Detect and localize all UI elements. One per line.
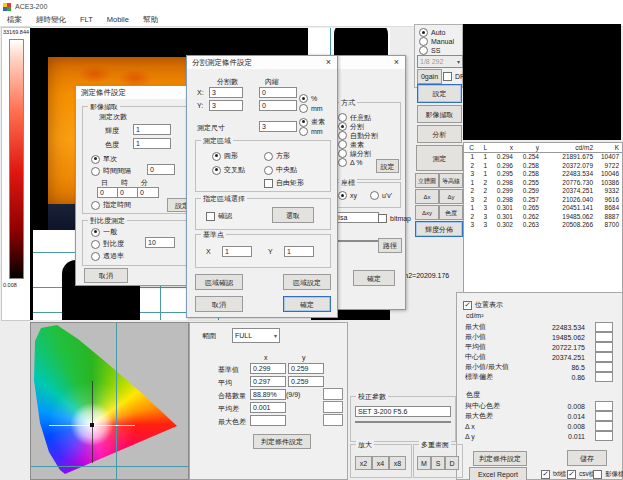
range-select[interactable]: FULL▾ [232,328,280,343]
close-icon[interactable]: × [390,57,403,68]
y-div-field[interactable]: 3 [209,100,243,111]
method-option-5[interactable]: Δ % [338,158,378,167]
contrast-radio[interactable]: 對比度 [91,239,124,249]
method-option-4[interactable]: 線分割 [338,149,378,158]
avg-x-field[interactable]: 0.297 [250,376,286,387]
calibration-field-2[interactable] [355,421,451,423]
multi-s-button[interactable]: S [431,456,445,470]
calibration-field[interactable]: SET 3-200 F5.6 [355,406,451,417]
table-row[interactable]: 320.2980.25721026.0409616 [464,196,622,205]
coord-uv-radio[interactable]: u'v' [370,191,392,200]
zero-gain-button[interactable]: 0gain [417,69,442,84]
y-inner-field[interactable]: 0 [259,100,297,111]
avg-y-field[interactable]: 0.259 [288,376,324,387]
ref-x-field[interactable]: 0.299 [250,363,286,374]
menu-item-1[interactable]: 經時變化 [29,15,73,25]
txt-file-checkbox[interactable]: txt檔 [541,470,566,479]
specified-time-radio[interactable]: 指定時間 [91,200,131,210]
area-confirm-button[interactable]: 區域確認 [195,274,243,290]
measure-button[interactable]: 測定 [416,145,463,171]
min-field[interactable]: 0 [137,187,159,198]
menu-item-2[interactable]: FLT [73,15,100,24]
close-icon[interactable]: × [322,57,335,68]
radio-auto[interactable]: Auto [419,28,445,37]
analyze-button[interactable]: 分析 [417,125,462,143]
general-radio[interactable]: 一般 [91,227,117,237]
multi-d-button[interactable]: D [445,456,459,470]
interval-field[interactable]: 0 [147,164,175,175]
table-row[interactable]: 210.2960.25820372.0799722 [464,162,622,171]
square-radio[interactable]: 方形 [264,151,290,161]
contrast-field[interactable]: 10 [145,237,175,248]
ok-button[interactable]: 確定 [283,296,331,312]
chroma-button[interactable]: 色度 [439,205,463,220]
menu-item-0[interactable]: 檔案 [0,15,29,25]
lum-count-field[interactable]: 1 [133,124,171,135]
ref-y-field[interactable]: 0.259 [288,363,324,374]
settings-button[interactable]: 設定 [417,84,462,103]
dialog-title-bar[interactable]: 分割測定條件設定 [187,56,337,69]
unit-percent-radio[interactable]: % [299,94,317,103]
image-file-checkbox[interactable]: 影像檔 [593,470,623,479]
hour-field[interactable]: 0 [117,187,139,198]
size-field[interactable]: 3 [259,121,297,132]
size-mm-radio[interactable]: mm [299,127,323,136]
table-row[interactable]: 120.2980.25520776.73010386 [464,179,622,188]
coord-xy-radio[interactable]: xy [338,191,357,200]
base-y-field[interactable]: 1 [284,246,314,257]
luminance-dist-button[interactable]: 輝度分佈 [415,221,463,237]
area-set-button[interactable]: 區域設定 [283,274,331,290]
ok-button[interactable]: 確定 [353,270,395,286]
delta-y-button[interactable]: Δy [439,189,463,204]
dr-checkbox[interactable]: DR [443,72,465,81]
save-button[interactable]: 儲存 [567,450,607,466]
confirm-checkbox[interactable]: 確認 [206,211,232,221]
cross-point-radio[interactable]: 交叉點 [212,165,245,175]
judge-condition-button[interactable]: 判定條件設定 [473,451,527,466]
circle-radio[interactable]: 圓形 [212,151,238,161]
single-radio[interactable]: 單次 [91,154,117,164]
menu-item-3[interactable]: Mobile [100,15,136,24]
table-row[interactable]: 110.2940.25421891.67510407 [464,153,622,162]
position-display-checkbox[interactable]: 位置表示 [463,300,503,310]
excel-report-button[interactable]: Excel Report [469,467,527,480]
menu-item-4[interactable]: 幫助 [136,15,165,25]
pick-button[interactable]: 選取 [272,207,314,223]
unit-mm-radio[interactable]: mm [299,104,323,113]
cancel-button[interactable]: 取消 [84,268,128,283]
capture-button[interactable]: 影像擷取 [417,105,462,123]
judge-condition-button[interactable]: 判定條件設定 [253,434,311,449]
table-row[interactable]: 330.3020.26320508.2668700 [464,221,622,230]
cancel-button[interactable]: 取消 [195,296,243,312]
cie-chromaticity-diagram[interactable] [30,322,189,480]
table-row[interactable]: 220.2990.25920374.2519332 [464,187,622,196]
method-set-button[interactable]: 設定 [376,159,399,173]
shutter-select[interactable]: 1/8 292▾ [417,55,463,68]
day-field[interactable]: 0 [97,187,119,198]
size-pixel-radio[interactable]: 畫素 [299,117,325,127]
csv-file-checkbox[interactable]: csv檔 [567,470,595,479]
path-button[interactable]: 路徑 [378,238,402,253]
bitmap-checkbox[interactable]: bitmap [378,214,411,223]
x-inner-field[interactable]: 0 [259,87,297,98]
zoom-x2-button[interactable]: x2 [355,456,372,470]
table-row[interactable]: 230.3010.26219485.0628887 [464,213,622,222]
table-row[interactable]: 310.2950.25822483.53410046 [464,170,622,179]
free-rect-checkbox[interactable]: 自由矩形 [264,178,304,188]
delta-xy-button[interactable]: Δxy [415,205,439,220]
radio-ss[interactable]: SS [419,46,440,55]
contour-button[interactable]: 等高線 [439,173,463,188]
view3d-button[interactable]: 立體圖 [415,173,439,188]
base-x-field[interactable]: 1 [222,246,252,257]
radio-manual[interactable]: Manual [419,37,454,46]
title-bar[interactable]: ACE3-200 [0,0,623,13]
center-point-radio[interactable]: 中央點 [264,165,297,175]
multi-m-button[interactable]: M [417,456,431,470]
transmit-radio[interactable]: 透過率 [91,251,124,261]
zoom-x4-button[interactable]: x4 [372,456,389,470]
interval-radio[interactable]: 時間間隔 [91,166,131,176]
chroma-count-field[interactable]: 1 [133,138,171,149]
zoom-x8-button[interactable]: x8 [389,456,406,470]
delta-x-button[interactable]: Δx [415,189,439,204]
x-div-field[interactable]: 3 [209,87,243,98]
